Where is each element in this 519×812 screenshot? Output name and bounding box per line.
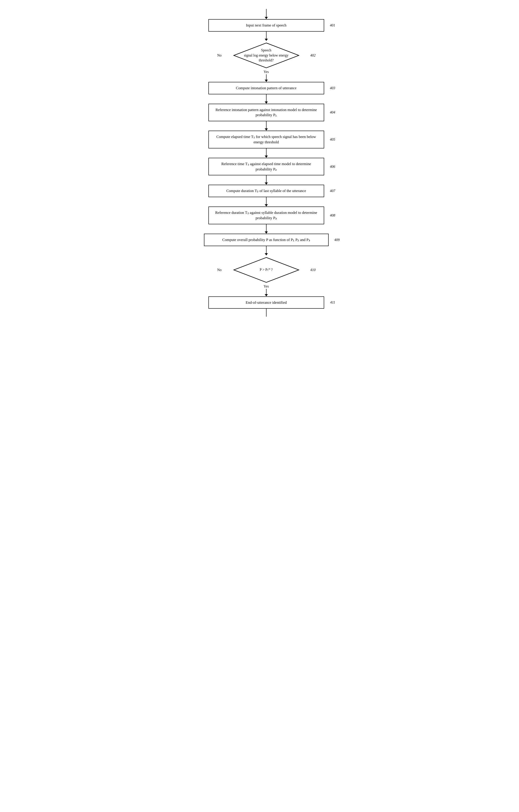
box-401: Input next frame of speech 401 <box>209 19 324 32</box>
conn-4 <box>265 121 268 130</box>
diamond-402: Speech signal log energy below energy th… <box>228 41 304 70</box>
line-10 <box>266 289 267 294</box>
label-407: 407 <box>330 188 335 193</box>
line-1 <box>266 32 267 39</box>
box-411-label: End-of-utterance identified <box>246 300 287 304</box>
yes-branch-402: Yes <box>264 70 269 82</box>
box-405: Compute elapsed time T₁ for which speech… <box>209 130 324 148</box>
no-label-410: No <box>217 268 222 272</box>
conn-5 <box>265 148 268 158</box>
box-403: Compute intonation pattern of utterance … <box>209 82 324 94</box>
line-2 <box>266 74 267 80</box>
arrow-10 <box>265 294 268 296</box>
conn-3 <box>265 94 268 104</box>
row-402: Speech signal log energy below energy th… <box>228 41 304 70</box>
row-408: Reference duration T₂ against syllable d… <box>209 206 324 224</box>
box-408-label: Reference duration T₂ against syllable d… <box>215 210 317 220</box>
conn-6 <box>265 175 268 185</box>
top-line <box>266 9 267 17</box>
line-6 <box>266 175 267 182</box>
arrow-5 <box>265 155 268 158</box>
box-404-label: Reference intonation pattern against int… <box>216 108 317 117</box>
diamond-shape-410: P > Pₜᴴ ? <box>233 257 300 283</box>
flowchart-content: Input next frame of speech 401 Speech si… <box>182 9 337 317</box>
box-406: Reference time T₁ against elapsed time m… <box>209 158 324 176</box>
line-3 <box>266 94 267 102</box>
conn-9 <box>265 246 268 256</box>
box-411: End-of-utterance identified 411 <box>209 296 324 309</box>
box-409: Compute overall probability P as functio… <box>204 234 329 246</box>
box-401-label: Input next frame of speech <box>246 23 286 27</box>
d402-line3: threshold? <box>259 58 274 62</box>
box-407: Compute duration T₂ of last syllable of … <box>209 185 324 197</box>
conn-7 <box>265 197 268 206</box>
diamond-402-text: Speech signal log energy below energy th… <box>237 48 295 63</box>
box-406-label: Reference time T₁ against elapsed time m… <box>221 162 311 171</box>
row-401: Input next frame of speech 401 <box>209 19 324 32</box>
line-5 <box>266 148 267 155</box>
row-406: Reference time T₁ against elapsed time m… <box>209 158 324 176</box>
label-403: 403 <box>330 85 335 90</box>
label-406: 406 <box>330 164 335 169</box>
conn-8 <box>265 224 268 234</box>
arrow-7 <box>265 204 268 206</box>
arrow-8 <box>265 231 268 234</box>
box-408: Reference duration T₂ against syllable d… <box>209 206 324 224</box>
row-405: Compute elapsed time T₁ for which speech… <box>209 130 324 148</box>
box-403-label: Compute intonation pattern of utterance <box>236 86 297 90</box>
line-4 <box>266 121 267 128</box>
arrow-4 <box>265 128 268 130</box>
arrow-1 <box>265 39 268 41</box>
arrow-2 <box>265 80 268 82</box>
line-9 <box>266 246 267 253</box>
d410-label: P > Pₜᴴ ? <box>260 268 273 271</box>
row-403: Compute intonation pattern of utterance … <box>209 82 324 94</box>
row-409: Compute overall probability P as functio… <box>204 234 329 246</box>
label-405: 405 <box>330 137 335 142</box>
d402-line1: Speech <box>261 48 271 52</box>
yes-text-410: Yes <box>264 284 269 288</box>
label-411: 411 <box>330 300 335 305</box>
label-408: 408 <box>330 213 335 218</box>
yes-branch-410: Yes <box>264 284 269 296</box>
conn-1 <box>265 32 268 41</box>
row-411: End-of-utterance identified 411 <box>209 296 324 309</box>
label-401: 401 <box>330 23 335 28</box>
yes-text-402: Yes <box>264 70 269 74</box>
diamond-shape-402: Speech signal log energy below energy th… <box>233 42 300 69</box>
label-404: 404 <box>330 110 335 115</box>
arrow-9 <box>265 253 268 256</box>
box-407-label: Compute duration T₂ of last syllable of … <box>226 189 306 193</box>
label-409: 409 <box>334 237 340 242</box>
label-410: 410 <box>310 268 316 272</box>
label-402: 402 <box>310 53 316 57</box>
bottom-line <box>266 309 267 317</box>
box-404: Reference intonation pattern against int… <box>209 104 324 121</box>
arrow-head <box>265 17 268 19</box>
flowchart: Input next frame of speech 401 Speech si… <box>182 9 337 317</box>
box-409-label: Compute overall probability P as functio… <box>222 238 310 242</box>
box-405-label: Compute elapsed time T₁ for which speech… <box>216 135 316 144</box>
d402-line2: signal log energy below energy <box>244 53 288 57</box>
diamond-410-text: P > Pₜᴴ ? <box>253 267 279 272</box>
line-7 <box>266 197 267 204</box>
top-entry-arrow <box>265 9 268 19</box>
row-410: P > Pₜᴴ ? 410 No <box>228 256 304 284</box>
row-407: Compute duration T₂ of last syllable of … <box>209 185 324 197</box>
arrow-6 <box>265 182 268 185</box>
line-8 <box>266 224 267 231</box>
diamond-410: P > Pₜᴴ ? 410 No <box>228 256 304 284</box>
row-404: Reference intonation pattern against int… <box>209 104 324 121</box>
arrow-3 <box>265 102 268 104</box>
no-label-402: No <box>217 53 222 57</box>
